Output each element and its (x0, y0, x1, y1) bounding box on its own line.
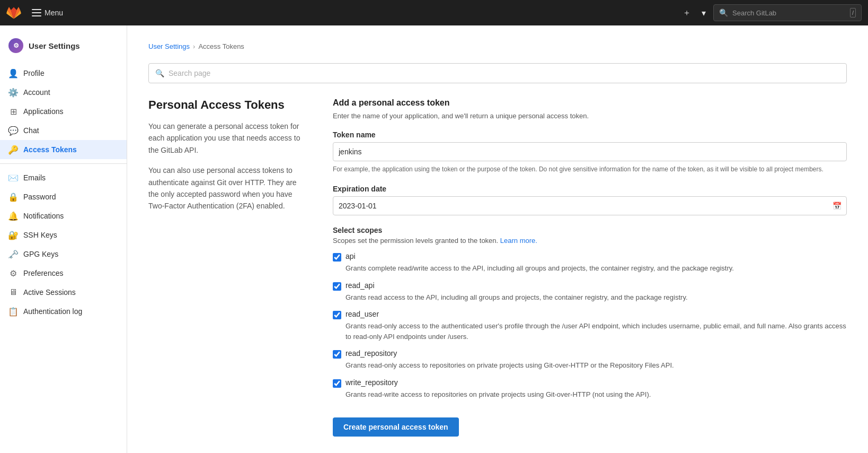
scope-name-write_repository: write_repository (346, 378, 398, 387)
scope-item-read_api: read_api Grants read access to the API, … (333, 281, 847, 303)
date-input-wrapper: 📅 (333, 196, 847, 215)
scope-item-read_user: read_user Grants read-only access to the… (333, 310, 847, 342)
sidebar-item-applications[interactable]: ⊞ Applications (0, 102, 127, 121)
scope-row-read_user: read_user (333, 310, 847, 319)
page-search-bar: 🔍 (148, 63, 847, 83)
scope-name-read_user: read_user (346, 310, 379, 318)
sidebar-item-active-sessions[interactable]: 🖥 Active Sessions (0, 283, 127, 302)
expiration-label: Expiration date (333, 185, 847, 193)
sidebar-label-applications: Applications (23, 107, 64, 116)
create-token-button[interactable]: Create personal access token (333, 417, 459, 437)
scope-desc-write_repository: Grants read-write access to repositories… (333, 389, 847, 400)
scope-checkbox-read_user[interactable] (333, 311, 341, 319)
search-icon: 🔍 (719, 8, 728, 17)
dropdown-button[interactable]: ▾ (698, 5, 709, 21)
token-name-label: Token name (333, 130, 847, 139)
section-title: Add a personal access token (333, 98, 847, 108)
breadcrumb-separator: › (193, 42, 195, 50)
sidebar-item-emails[interactable]: ✉️ Emails (0, 168, 127, 187)
scope-desc-read_api: Grants read access to the API, including… (333, 292, 847, 303)
menu-label: Menu (45, 8, 63, 17)
token-name-input[interactable] (333, 142, 847, 161)
sidebar-item-account[interactable]: ⚙️ Account (0, 83, 127, 102)
scope-row-read_api: read_api (333, 281, 847, 291)
page-search-input[interactable] (169, 69, 840, 77)
sidebar-label-profile: Profile (23, 69, 45, 77)
sidebar-icon-access-tokens: 🔑 (8, 145, 18, 154)
sidebar-icon-notifications: 🔔 (8, 211, 18, 221)
token-name-hint: For example, the application using the t… (333, 164, 847, 174)
sidebar-item-access-tokens[interactable]: 🔑 Access Tokens (0, 140, 127, 159)
description-2: You can also use personal access tokens … (148, 164, 307, 212)
sidebar-label-password: Password (23, 193, 56, 201)
sidebar-item-password[interactable]: 🔒 Password (0, 187, 127, 206)
avatar: ⚙ (8, 38, 23, 53)
scope-checkbox-read_api[interactable] (333, 282, 341, 291)
section-subtitle: Enter the name of your application, and … (333, 112, 847, 120)
create-button[interactable]: ＋ (679, 4, 694, 22)
sidebar-icon-active-sessions: 🖥 (8, 288, 18, 297)
scope-checkbox-write_repository[interactable] (333, 379, 341, 388)
scope-checkbox-api[interactable] (333, 253, 341, 262)
sidebar-icon-applications: ⊞ (8, 107, 18, 116)
page-title: Personal Access Tokens (148, 98, 307, 112)
sidebar-item-ssh-keys[interactable]: 🔐 SSH Keys (0, 225, 127, 245)
search-input[interactable] (732, 9, 846, 17)
token-name-group: Token name For example, the application … (333, 130, 847, 174)
scope-name-read_repository: read_repository (346, 349, 397, 358)
scope-row-read_repository: read_repository (333, 349, 847, 359)
sidebar-icon-profile: 👤 (8, 68, 18, 78)
scope-item-api: api Grants complete read/write access to… (333, 252, 847, 274)
scope-item-write_repository: write_repository Grants read-write acces… (333, 378, 847, 400)
scope-checkbox-read_repository[interactable] (333, 350, 341, 359)
content-area: Personal Access Tokens You can generate … (148, 98, 847, 437)
navbar: Menu ＋ ▾ 🔍 / (0, 0, 868, 25)
gitlab-logo (6, 5, 21, 20)
scopes-list: api Grants complete read/write access to… (333, 252, 847, 399)
sidebar-icon-account: ⚙️ (8, 88, 18, 97)
sidebar-header: ⚙ User Settings (0, 34, 127, 62)
sidebar-item-gpg-keys[interactable]: 🗝️ GPG Keys (0, 245, 127, 264)
sidebar-item-profile[interactable]: 👤 Profile (0, 64, 127, 83)
sidebar-label-emails: Emails (23, 173, 46, 182)
scopes-learn-more-link[interactable]: Learn more. (500, 237, 537, 245)
scope-row-write_repository: write_repository (333, 378, 847, 388)
sidebar-label-notifications: Notifications (23, 212, 64, 220)
scope-row-api: api (333, 252, 847, 262)
menu-button[interactable]: Menu (28, 5, 67, 20)
sidebar-label-account: Account (23, 88, 50, 97)
right-panel: Add a personal access token Enter the na… (333, 98, 847, 437)
sidebar-title: User Settings (29, 41, 80, 50)
sidebar-icon-preferences: ⚙ (8, 268, 18, 278)
sidebar-item-notifications[interactable]: 🔔 Notifications (0, 206, 127, 225)
search-shortcut: / (850, 8, 856, 18)
search-icon: 🔍 (155, 69, 164, 77)
sidebar-item-chat[interactable]: 💬 Chat (0, 121, 127, 140)
scopes-subtitle: Scopes set the permission levels granted… (333, 237, 847, 245)
sidebar-label-active-sessions: Active Sessions (23, 288, 76, 297)
navbar-actions: ＋ ▾ 🔍 / (679, 4, 862, 22)
sidebar-divider (0, 163, 127, 164)
main-content: User Settings › Access Tokens 🔍 Personal… (127, 25, 868, 453)
scopes-title: Select scopes (333, 226, 847, 234)
scopes-subtitle-text: Scopes set the permission levels granted… (333, 237, 498, 245)
plus-icon: ＋ (683, 7, 691, 19)
expiration-date-input[interactable] (333, 196, 847, 215)
sidebar-icon-authentication-log: 📋 (8, 307, 18, 316)
sidebar-label-authentication-log: Authentication log (23, 307, 82, 316)
scopes-section: Select scopes Scopes set the permission … (333, 226, 847, 399)
sidebar-icon-password: 🔒 (8, 192, 18, 202)
scope-name-api: api (346, 252, 356, 260)
breadcrumb-parent[interactable]: User Settings (148, 42, 190, 50)
description-1: You can generate a personal access token… (148, 120, 307, 156)
sidebar-item-preferences[interactable]: ⚙ Preferences (0, 264, 127, 283)
sidebar-nav: 👤 Profile ⚙️ Account ⊞ Applications 💬 Ch… (0, 62, 127, 323)
sidebar-label-ssh-keys: SSH Keys (23, 231, 57, 239)
chevron-down-icon: ▾ (702, 8, 706, 18)
global-search: 🔍 / (713, 4, 862, 21)
left-panel: Personal Access Tokens You can generate … (148, 98, 307, 437)
expiration-group: Expiration date 📅 (333, 185, 847, 215)
sidebar: ⚙ User Settings 👤 Profile ⚙️ Account ⊞ A… (0, 25, 127, 453)
sidebar-item-authentication-log[interactable]: 📋 Authentication log (0, 302, 127, 321)
breadcrumb-current: Access Tokens (198, 42, 244, 50)
